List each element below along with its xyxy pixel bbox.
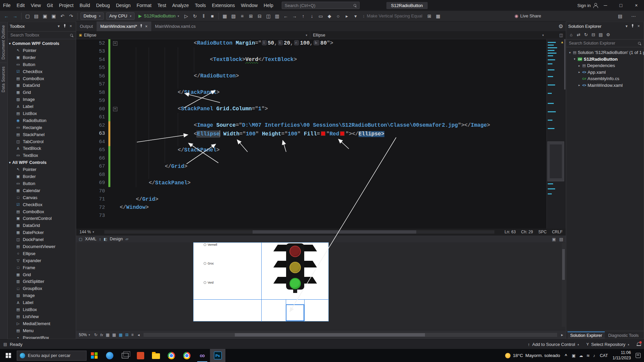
quick-search-input[interactable]: Search (Ctrl+Q) bbox=[282, 2, 360, 9]
code-editor[interactable]: 52−<RadioButton Margin="l:50,t:20,r:100,… bbox=[76, 39, 566, 229]
notifications-bell-icon[interactable] bbox=[637, 342, 641, 346]
toolbox-item-tabcontrol[interactable]: ◫TabControl bbox=[8, 138, 76, 145]
toolbox-item-passwordbox[interactable]: ▪PasswordBox bbox=[8, 334, 76, 339]
tray-expand-icon[interactable]: ^ bbox=[565, 353, 567, 358]
tb-run2-icon-1[interactable]: ↻ bbox=[191, 12, 199, 20]
tree-item-solution-s12radiobutton-1-of-1[interactable]: ▾▤Solution 'S12RadioButton' (1 of 1 pr bbox=[566, 49, 644, 56]
tb-design-icon-6[interactable]: ▥ bbox=[273, 12, 281, 20]
menu-extensions[interactable]: Extensions bbox=[209, 0, 238, 11]
toolbox-item-gridsplitter[interactable]: ▥GridSplitter bbox=[8, 278, 76, 285]
close-icon[interactable]: × bbox=[636, 24, 642, 28]
toolbox-item-combobox[interactable]: ▤ComboBox bbox=[8, 75, 76, 82]
code-line-69[interactable]: 69</StackPanel> bbox=[76, 179, 566, 187]
toolbox-item-datepicker[interactable]: ▦DatePicker bbox=[8, 229, 76, 236]
design-radiobutton-verd[interactable]: Verd bbox=[204, 281, 214, 284]
pin-icon[interactable] bbox=[630, 24, 636, 29]
toolbox-item-contentcontrol[interactable]: ▣ContentControl bbox=[8, 215, 76, 222]
tb-nav-icon-1[interactable]: → bbox=[11, 12, 19, 20]
code-line-54[interactable]: 54<TextBlock>Verd</TextBlock> bbox=[76, 56, 566, 64]
spaces-indicator[interactable]: SPC bbox=[538, 230, 547, 234]
tb-design-icon-3[interactable]: ⊞ bbox=[247, 12, 255, 20]
taskbar-app-edge-app[interactable] bbox=[102, 349, 117, 362]
tree-item-s12radiobutton[interactable]: ▾C#S12RadioButton bbox=[566, 56, 644, 63]
code-line-73[interactable]: 73 bbox=[76, 212, 566, 220]
minimize-button[interactable]: ─ bbox=[598, 0, 613, 11]
gear-icon[interactable]: ⚙ bbox=[558, 21, 563, 31]
toolbox-item-documentviewer[interactable]: ▤DocumentViewer bbox=[8, 243, 76, 250]
toolbox-item-pointer[interactable]: ↖Pointer bbox=[8, 166, 76, 173]
tb-right-icon-1[interactable]: ⋯ bbox=[630, 12, 638, 20]
menu-project[interactable]: Project bbox=[56, 0, 77, 11]
code-line-66[interactable]: 66 bbox=[76, 154, 566, 163]
scroll-right-icon[interactable]: ▸ bbox=[561, 333, 563, 337]
tray-icon-2[interactable]: ≋ bbox=[586, 353, 590, 358]
expander-icon[interactable]: ▸ bbox=[578, 64, 581, 67]
tb-nav-icon-0[interactable]: ← bbox=[2, 12, 10, 20]
toolbox-item-image[interactable]: ▨Image bbox=[8, 292, 76, 299]
tb-design-icon-15[interactable]: ▾ bbox=[352, 12, 360, 20]
menu-edit[interactable]: Edit bbox=[14, 0, 28, 11]
pin-icon[interactable] bbox=[62, 24, 68, 29]
tb-design-icon-11[interactable]: ▭ bbox=[317, 12, 325, 20]
toolbox-item-rectangle[interactable]: ▭Rectangle bbox=[8, 124, 76, 131]
tb-file-icon-4[interactable]: ↶ bbox=[58, 12, 66, 20]
fold-margin[interactable]: − bbox=[110, 107, 120, 111]
menu-file[interactable]: File bbox=[0, 0, 14, 11]
toolbox-item-radiobutton[interactable]: ◉RadioButton bbox=[8, 117, 76, 124]
toolbox-item-ellipse[interactable]: ○Ellipse bbox=[8, 250, 76, 257]
code-line-61[interactable]: 61 bbox=[76, 113, 566, 122]
toolbox-item-grid[interactable]: ▦Grid bbox=[8, 271, 76, 278]
swap-panes-icon[interactable]: ↕ bbox=[99, 237, 101, 241]
tree-item-mainwindow-xaml[interactable]: ▸<>MainWindow.xaml bbox=[566, 82, 644, 89]
design-tool-icon-4[interactable]: ▦ bbox=[119, 333, 122, 337]
tb-run2-icon-3[interactable]: ■ bbox=[208, 12, 216, 20]
menu-git[interactable]: Git bbox=[44, 0, 56, 11]
tb-design-icon-7[interactable]: ← bbox=[282, 12, 290, 20]
close-button[interactable]: × bbox=[629, 0, 644, 11]
code-line-72[interactable]: 72</Window> bbox=[76, 203, 566, 212]
tb-file-icon-1[interactable]: ▤ bbox=[32, 12, 40, 20]
tree-item-assemblyinfo-cs[interactable]: C#AssemblyInfo.cs bbox=[566, 75, 644, 82]
toolbox-item-expander[interactable]: ▽Expander bbox=[8, 257, 76, 264]
split-editor-icon[interactable]: ◫ bbox=[559, 33, 563, 38]
toolbox-item-listbox[interactable]: ▤ListBox bbox=[8, 110, 76, 117]
toolbox-item-combobox[interactable]: ▤ComboBox bbox=[8, 208, 76, 215]
tree-item-app-xaml[interactable]: ▸<>App.xaml bbox=[566, 69, 644, 76]
close-icon[interactable]: × bbox=[145, 24, 148, 29]
code-line-53[interactable]: 53 bbox=[76, 48, 566, 56]
toolbox-item-textblock[interactable]: ATextBlock bbox=[8, 145, 76, 152]
tray-icon-3[interactable]: ♪ bbox=[593, 353, 595, 358]
menu-debug[interactable]: Debug bbox=[93, 0, 113, 11]
tb-file-icon-2[interactable]: ▣ bbox=[41, 12, 49, 20]
doc-tab-mainwindow-xaml-cs[interactable]: MainWindow.xaml.cs bbox=[151, 21, 199, 31]
menu-tools[interactable]: Tools bbox=[192, 0, 209, 11]
doc-tab-output[interactable]: Output bbox=[76, 21, 97, 31]
solution-tool-icon-3[interactable]: ⊟ bbox=[590, 32, 596, 37]
design-surface[interactable]: VermellGrocVerd bbox=[76, 242, 566, 330]
toolbox-item-button[interactable]: ▭Button bbox=[8, 180, 76, 187]
design-tool-icon-2[interactable]: ▦ bbox=[106, 333, 109, 337]
code-line-60[interactable]: 60−<StackPanel Grid.Column="1"> bbox=[76, 105, 566, 113]
toolbox-item-datagrid[interactable]: ▦DataGrid bbox=[8, 82, 76, 89]
taskbar-app-chrome[interactable] bbox=[164, 349, 179, 362]
taskbar-app-office-app[interactable] bbox=[133, 349, 148, 362]
code-line-70[interactable]: 70 bbox=[76, 187, 566, 195]
tb-design-icon-13[interactable]: ○ bbox=[334, 12, 342, 20]
code-line-56[interactable]: 56</RadioButton> bbox=[76, 72, 566, 80]
design-tool-icon-5[interactable]: ⊞ bbox=[125, 333, 128, 337]
taskbar-app-file-explorer[interactable] bbox=[148, 349, 164, 362]
tab-design[interactable]: Design bbox=[110, 237, 123, 241]
menu-window[interactable]: Window bbox=[238, 0, 261, 11]
chevron-down-icon[interactable]: ▾ bbox=[56, 24, 62, 28]
code-line-59[interactable]: 59 bbox=[76, 97, 566, 105]
menu-format[interactable]: Format bbox=[133, 0, 154, 11]
close-icon[interactable]: × bbox=[68, 24, 74, 28]
add-to-source-control-button[interactable]: ↑ Add to Source Control ▴ bbox=[528, 342, 579, 347]
pin-icon[interactable] bbox=[140, 24, 143, 29]
fold-collapse-icon[interactable]: − bbox=[113, 107, 117, 111]
tb-file-icon-0[interactable]: ▢ bbox=[23, 12, 32, 20]
solution-tool-icon-4[interactable]: ▤ bbox=[598, 32, 604, 37]
code-line-63[interactable]: 63<Ellipse Width="100" Height="100" Fill… bbox=[76, 130, 566, 138]
tb-right-icon-0[interactable]: ▤ bbox=[616, 12, 624, 20]
design-radiobutton-vermell[interactable]: Vermell bbox=[204, 243, 217, 246]
